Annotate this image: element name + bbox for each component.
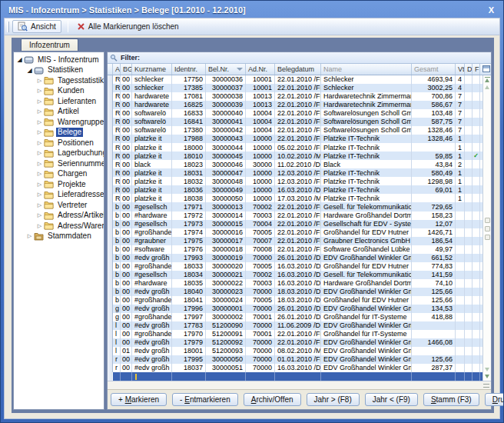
table-row[interactable]: l00#großhande17970512000917000122.01.201…: [108, 330, 491, 338]
table-row[interactable]: l00#edv großh17783512000907000011.06.200…: [108, 321, 491, 330]
collapsed-node-icon[interactable]: ▷: [26, 233, 33, 239]
tree-item-vertreter[interactable]: ▷Vertreter: [14, 200, 104, 211]
archiv-offen-button[interactable]: Archiv/Offen: [244, 393, 301, 406]
hscroll-grip-icon[interactable]: [483, 384, 489, 388]
ansicht-button[interactable]: Ansicht: [12, 20, 61, 33]
collapsed-node-icon[interactable]: ▷: [36, 98, 43, 105]
jahr-f8-button[interactable]: Jahr > (F8): [307, 393, 360, 406]
collapsed-node-icon[interactable]: ▷: [36, 150, 43, 156]
tree-item-tagesstatistik[interactable]: ▷Tagesstatistik: [14, 75, 104, 86]
column-chooser-icon[interactable]: [482, 65, 490, 72]
table-row[interactable]: l00#edv großh17979512000927000022.01.201…: [108, 338, 491, 347]
scroll-up-page-icon[interactable]: [485, 85, 489, 89]
table-row[interactable]: R00softwarelö16841300000411000422.01.201…: [108, 118, 491, 126]
collapsed-node-icon[interactable]: ▷: [36, 161, 43, 167]
table-row[interactable]: R00platzke it18000300000441000005.02.201…: [108, 143, 491, 152]
table-row[interactable]: R00schlecker17385300000371000122.01.2010…: [108, 84, 491, 92]
selected-empty-row[interactable]: [108, 372, 491, 381]
scroll-down-page-icon[interactable]: [485, 368, 489, 371]
table-row[interactable]: b00#gesellsch18034300000217000216.03.201…: [108, 271, 491, 279]
table-row[interactable]: r00#edv großh18037300000517000016.03.201…: [108, 364, 491, 372]
table-row[interactable]: l01#edv großh18001512000937000008.02.201…: [108, 347, 491, 355]
table-row[interactable]: R00softwarelö16833300000401000422.01.201…: [108, 109, 491, 118]
table-row[interactable]: b00#edv großh18040300000237000018.03.201…: [108, 288, 491, 296]
table-row[interactable]: b00#gesellsch17971300000137000222.01.201…: [108, 202, 491, 211]
table-row[interactable]: b00#hardware17972300000147000322.01.2010…: [108, 212, 491, 220]
table-row[interactable]: R00hardwarete16825300000391001322.01.201…: [108, 101, 491, 109]
expanded-node-icon[interactable]: ◢: [16, 56, 23, 63]
collapsed-node-icon[interactable]: ▷: [36, 140, 43, 146]
collapsed-node-icon[interactable]: ▷: [36, 212, 43, 218]
tree-item-mis-infozentrum[interactable]: ◢MIS - Infozentrum: [14, 55, 104, 65]
expanded-node-icon[interactable]: ◢: [26, 67, 33, 74]
table-row[interactable]: b00#gesellsch17973300000157000422.01.201…: [108, 220, 491, 228]
rail-tool-icon[interactable]: [485, 218, 490, 223]
table-row[interactable]: b00#großhande18041300000247000518.03.201…: [108, 296, 491, 305]
table-row[interactable]: b00#software17976300000187000822.01.2010…: [108, 245, 491, 254]
tree-item-seriennummern[interactable]: ▷Seriennummern: [14, 158, 104, 169]
collapsed-node-icon[interactable]: ▷: [36, 182, 43, 188]
table-row[interactable]: R00platzke it18010300000451000010.02.201…: [108, 152, 491, 160]
table-row[interactable]: R00black18023300000463000011.02.2010 /Do…: [108, 160, 491, 168]
column-header-kurzname[interactable]: Kurzname: [132, 64, 172, 75]
tree-item-statistiken[interactable]: ◢Statistiken: [14, 65, 104, 76]
column-header-a[interactable]: A: [113, 64, 121, 75]
column-header-adnr[interactable]: Ad.Nr.: [246, 64, 275, 75]
tree-item-positionen[interactable]: ▷Positionen: [14, 138, 104, 148]
column-header-bg[interactable]: BG: [121, 64, 132, 75]
tree-item-kunden[interactable]: ▷Kunden: [14, 86, 104, 97]
column-header-name[interactable]: Name: [321, 64, 412, 75]
tree-item-lieferadressen[interactable]: ▷Lieferadressen: [14, 190, 104, 201]
tree-item-lieferanten[interactable]: ▷Lieferanten: [14, 96, 104, 107]
tree-item-chargen[interactable]: ▷Chargen: [14, 169, 104, 180]
scroll-down-icon[interactable]: [485, 375, 489, 378]
tree-item-lagerbuchungen[interactable]: ▷Lagerbuchungen: [14, 148, 104, 159]
table-row[interactable]: b00#graubner17975300000177000722.01.2010…: [108, 237, 491, 245]
tree-item-projekte[interactable]: ▷Projekte: [14, 179, 104, 190]
column-header-identnr[interactable]: Identnr.: [172, 64, 206, 75]
tree-item-stammdaten[interactable]: ▷Stammdaten: [14, 231, 104, 242]
tree-item-artikel[interactable]: ▷Artikel: [14, 107, 104, 118]
table-row[interactable]: r00#edv großh17995300000507000001.01.201…: [108, 355, 491, 364]
column-header-belnr[interactable]: Bel.Nr.: [206, 64, 246, 75]
scroll-up-icon[interactable]: [485, 78, 489, 82]
collapsed-node-icon[interactable]: ▷: [36, 223, 43, 229]
collapsed-node-icon[interactable]: ▷: [36, 171, 43, 177]
table-row[interactable]: R00platzke it18032300000481000012.03.201…: [108, 177, 491, 185]
scroll-top-icon[interactable]: [485, 77, 490, 78]
tree-item-belege[interactable]: ▷Belege: [14, 128, 104, 138]
column-chooser-header[interactable]: [480, 64, 491, 75]
table-row[interactable]: R00platzke it18036300000491000016.03.201…: [108, 185, 491, 194]
entmarkieren-button[interactable]: - Entmarkieren: [172, 393, 238, 406]
table-row[interactable]: g00#großhande17997300000027000126.01.201…: [108, 313, 491, 321]
tree-item-warengruppen[interactable]: ▷Warengruppen: [14, 117, 104, 128]
collapsed-node-icon[interactable]: ▷: [36, 119, 43, 125]
column-header-belegdatum[interactable]: Belegdatum: [275, 64, 321, 75]
table-row[interactable]: b00#großhande18033300000207000516.03.201…: [108, 262, 491, 271]
collapsed-node-icon[interactable]: ▷: [36, 108, 43, 115]
column-header-d[interactable]: D: [465, 64, 472, 75]
table-row[interactable]: R00platzke it18038300000501000017.03.201…: [108, 194, 491, 202]
table-row[interactable]: R00schlecker17750300000361000122.01.2010…: [108, 75, 491, 84]
table-row[interactable]: b00#großhande17974300000167000522.01.201…: [108, 228, 491, 237]
collapsed-node-icon[interactable]: ▷: [36, 202, 43, 208]
column-header-gesamt[interactable]: Gesamt: [412, 64, 456, 75]
horizontal-scrollbar[interactable]: [108, 381, 491, 389]
vertical-scroll-rail[interactable]: [482, 75, 491, 381]
toolbar-grip[interactable]: [7, 22, 9, 32]
tree-item-adress-warengruppen[interactable]: ▷Adress/Warengruppen: [14, 221, 104, 231]
table-row[interactable]: b00#hardware18035300000227000316.03.2010…: [108, 279, 491, 288]
rail-marker-icon[interactable]: [485, 235, 490, 240]
jahr-f9-button[interactable]: Jahr < (F9): [365, 393, 418, 406]
clear-marks-button[interactable]: Alle Markierungen löschen: [72, 20, 184, 33]
stamm-f3-button[interactable]: Stamm (F3): [423, 393, 479, 406]
rail-magnifier-icon[interactable]: [485, 226, 490, 231]
table-row[interactable]: R00hardwarete17081300000381001322.01.201…: [108, 92, 491, 101]
collapsed-node-icon[interactable]: ▷: [36, 88, 43, 94]
collapsed-node-icon[interactable]: ▷: [36, 78, 43, 84]
close-button[interactable]: X: [482, 5, 500, 15]
table-row[interactable]: R00platzke it17988300000431000022.01.201…: [108, 135, 491, 143]
druck-f4-button[interactable]: Druck (F4): [485, 393, 504, 406]
table-row[interactable]: R00softwarelö17380300000421000422.01.201…: [108, 126, 491, 135]
markieren-button[interactable]: + Markieren: [111, 393, 167, 406]
